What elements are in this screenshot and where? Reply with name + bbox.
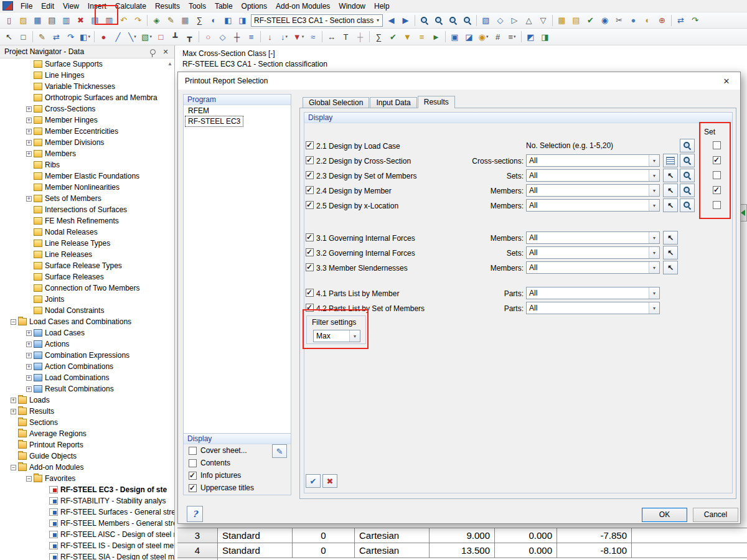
program-item-rf-steel-ec3[interactable]: RF-STEEL EC3 [186, 116, 243, 126]
row-include-checkbox[interactable] [306, 304, 314, 312]
print-button[interactable]: ▤ [45, 14, 59, 27]
edit-cover-sheet-button[interactable]: ✎ [272, 444, 287, 458]
tree-item-printout-reports[interactable]: Printout Reports [0, 439, 174, 450]
imperfection-button[interactable]: ≈ [306, 30, 320, 44]
tree-item-sections[interactable]: Sections [0, 417, 174, 428]
expand-icon[interactable]: + [26, 129, 32, 134]
graphics-mode-button[interactable]: ◐ [207, 14, 221, 27]
set-checkbox[interactable] [713, 186, 721, 194]
table-cell[interactable]: Cartesian [355, 528, 430, 543]
visibility-user-button[interactable]: ◉▾ [476, 30, 491, 44]
unset-all-button[interactable]: ✖ [322, 474, 337, 488]
row-include-checkbox[interactable] [306, 233, 314, 241]
program-item-rfem[interactable]: RFEM [186, 106, 289, 116]
section-button[interactable]: ≡ [244, 30, 258, 44]
tree-item-rf-steel-sia-design-of-steel-mer[interactable]: RF-STEEL SIA - Design of steel mer [0, 551, 174, 560]
render-button[interactable]: ● [626, 14, 641, 27]
expand-icon[interactable]: + [11, 409, 16, 414]
tree-item-line-releases[interactable]: Line Releases [0, 249, 174, 260]
previous-load-case-button[interactable]: ◀ [384, 14, 398, 27]
help-button[interactable]: ? [187, 506, 203, 522]
table-cell[interactable]: 9.000 [430, 528, 495, 543]
tree-item-load-cases[interactable]: +Load Cases [0, 327, 174, 338]
row-include-checkbox[interactable] [306, 248, 314, 256]
new-surface-button[interactable]: ▧▾ [139, 30, 154, 44]
option-checkbox[interactable] [189, 459, 197, 467]
tree-item-surface-release-types[interactable]: Surface Release Types [0, 260, 174, 271]
tree-item-rf-steel-ec3-design-of-ste[interactable]: RF-STEEL EC3 - Design of ste [0, 484, 174, 495]
pointer-button[interactable] [663, 246, 678, 259]
tree-item-member-divisions[interactable]: +Member Divisions [0, 137, 174, 148]
member-hinge-button[interactable]: ○ [201, 30, 215, 44]
row-include-checkbox[interactable] [306, 201, 314, 209]
selection-combobox[interactable]: All▾ [526, 169, 660, 182]
menu-options[interactable]: Options [237, 0, 271, 12]
result-diagram-button[interactable]: ≡ [415, 30, 429, 44]
visibility-button[interactable]: ◉ [598, 14, 612, 27]
close-icon[interactable]: ✕ [720, 77, 733, 86]
close-icon[interactable]: ✕ [161, 48, 170, 56]
table-cell[interactable]: 0.000 [495, 543, 557, 558]
mirror-button[interactable]: ◧▾ [78, 30, 92, 44]
light-button[interactable]: ◐ [641, 14, 655, 27]
surface-load-button[interactable]: ▼▾ [291, 30, 306, 44]
pointer-button[interactable] [663, 184, 678, 197]
tree-item-fe-mesh-refinements[interactable]: FE Mesh Refinements [0, 215, 174, 226]
selection-combobox[interactable]: All▾ [526, 302, 660, 314]
tree-item-rf-steel-surfaces-general-stress[interactable]: RF-STEEL Surfaces - General stress [0, 506, 174, 518]
selection-combobox[interactable]: All▾ [526, 199, 660, 212]
tree-item-nodal-releases[interactable]: Nodal Releases [0, 226, 174, 238]
expand-icon[interactable]: + [26, 342, 32, 347]
expand-icon[interactable]: + [26, 330, 32, 336]
table-cell[interactable]: Standard [218, 543, 293, 558]
filter-combobox[interactable]: Max ▾ [313, 330, 360, 342]
row-header-cell[interactable]: 3 [177, 528, 218, 543]
comment-button[interactable]: T [339, 30, 353, 44]
undo-button[interactable]: ↶ [116, 14, 131, 27]
tab-global-selection[interactable]: Global Selection [303, 97, 369, 108]
row-include-checkbox[interactable] [306, 141, 314, 149]
load-case-combobox[interactable]: RF-STEEL EC3 CA1 - Section classificati … [251, 14, 383, 27]
menu-tools[interactable]: Tools [184, 0, 210, 12]
menu-file[interactable]: File [16, 0, 37, 12]
table-cell[interactable]: 0.000 [495, 528, 557, 543]
table-edit-button[interactable]: ▤ [569, 14, 583, 27]
eccentricity-button[interactable]: ◇ [215, 30, 230, 44]
new-member-button[interactable]: ╲▾ [125, 30, 139, 44]
clip-button[interactable]: ✂ [612, 14, 626, 27]
tree-item-ribs[interactable]: Ribs [0, 159, 174, 170]
edit-tool-button[interactable]: ✎ [35, 30, 49, 44]
new-model-button[interactable]: ▯ [2, 14, 16, 27]
menu-insert[interactable]: Insert [83, 0, 111, 12]
table-cell[interactable]: Cartesian [355, 543, 430, 558]
selection-combobox[interactable]: All▾ [526, 184, 660, 197]
dimension-button[interactable]: ↔ [324, 30, 339, 44]
tab-results[interactable]: Results [418, 96, 455, 108]
tree-item-member-eccentricities[interactable]: +Member Eccentricities [0, 126, 174, 137]
magnifier-button[interactable] [680, 184, 695, 197]
view-z-button[interactable]: ▽ [536, 14, 550, 27]
tree-item-action-combinations[interactable]: +Action Combinations [0, 361, 174, 372]
menu-table[interactable]: Table [210, 0, 237, 12]
tree-item-guide-objects[interactable]: Guide Objects [0, 450, 174, 462]
save-model-button[interactable]: ▦ [31, 14, 45, 27]
expand-icon[interactable]: + [26, 140, 32, 146]
tree-item-result-combinations[interactable]: +Result Combinations [0, 383, 174, 394]
delete-objects-button[interactable]: ✖ [73, 14, 88, 27]
tree-item-surface-releases[interactable]: Surface Releases [0, 271, 174, 282]
edit-pen-button[interactable]: ✎ [164, 14, 178, 27]
panel-right-button[interactable]: ◨ [235, 14, 250, 27]
tree-item-loads[interactable]: +Loads [0, 394, 174, 406]
cancel-button[interactable]: Cancel [693, 508, 738, 522]
new-opening-button[interactable]: □ [154, 30, 168, 44]
tree-item-line-release-types[interactable]: Line Release Types [0, 238, 174, 249]
selection-combobox[interactable]: All▾ [526, 154, 660, 167]
scroll-up-icon[interactable]: ▲ [167, 61, 172, 67]
clipping-box-button[interactable]: ▣ [448, 30, 462, 44]
ok-button[interactable]: OK [642, 508, 687, 522]
option-checkbox[interactable] [189, 472, 197, 480]
tree-item-actions[interactable]: +Actions [0, 338, 174, 350]
fe-mesh-button[interactable]: ▦ [178, 14, 192, 27]
printout-report-button[interactable]: ▤ [88, 14, 102, 27]
display-options-button[interactable]: ≡▾ [505, 30, 519, 44]
